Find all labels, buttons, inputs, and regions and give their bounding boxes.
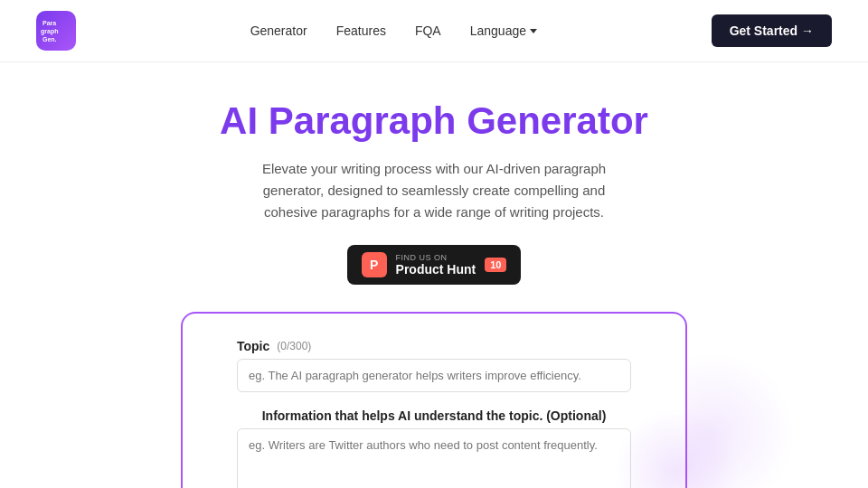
logo[interactable]: Para graph Gen. [36, 11, 76, 51]
generator-form: Topic (0/300) Information that helps AI … [181, 312, 687, 488]
get-started-button[interactable]: Get Started → [712, 14, 832, 47]
svg-text:Para: Para [42, 20, 56, 26]
nav-fqa[interactable]: FQA [415, 23, 441, 38]
info-group: Information that helps AI understand the… [237, 408, 631, 488]
topic-input[interactable] [237, 359, 631, 392]
nav-language[interactable]: Language [470, 23, 537, 38]
product-hunt-name: Product Hunt [396, 262, 476, 277]
topic-group: Topic (0/300) [237, 339, 631, 392]
logo-icon: Para graph Gen. [36, 11, 76, 51]
info-label: Information that helps AI understand the… [237, 408, 631, 423]
product-hunt-icon: P [362, 252, 387, 277]
hero-description: Elevate your writing process with our AI… [244, 158, 624, 223]
nav-generator[interactable]: Generator [250, 23, 307, 38]
nav-features[interactable]: Features [336, 23, 386, 38]
product-hunt-badge[interactable]: P FIND US ON Product Hunt 10 [347, 245, 522, 285]
topic-counter: (0/300) [277, 340, 311, 352]
chevron-down-icon [530, 29, 537, 33]
hero-section: AI Paragraph Generator Elevate your writ… [0, 62, 868, 488]
info-textarea[interactable] [237, 428, 631, 488]
product-hunt-text: FIND US ON Product Hunt [396, 253, 476, 277]
product-hunt-find-label: FIND US ON [396, 253, 476, 262]
topic-label: Topic (0/300) [237, 339, 631, 353]
nav-links: Generator Features FQA Language [250, 23, 537, 39]
navbar: Para graph Gen. Generator Features FQA L… [0, 0, 868, 62]
svg-text:graph: graph [41, 28, 58, 35]
svg-text:Gen.: Gen. [42, 36, 57, 42]
product-hunt-count: 10 [485, 258, 506, 272]
hero-title: AI Paragraph Generator [18, 99, 850, 144]
